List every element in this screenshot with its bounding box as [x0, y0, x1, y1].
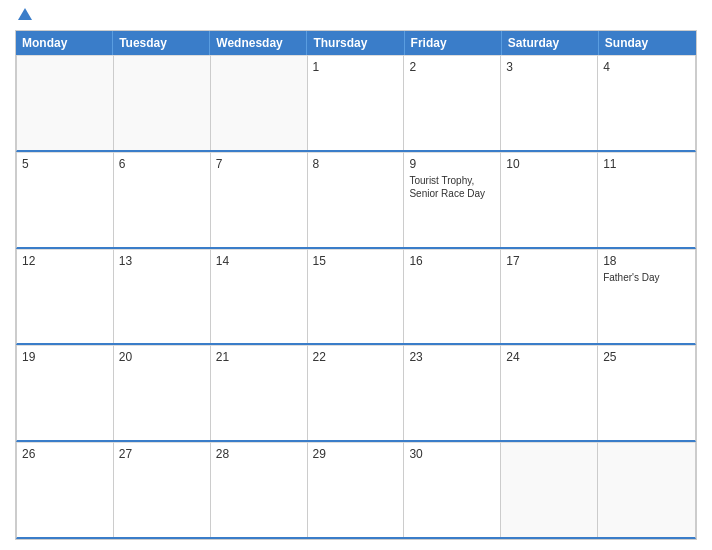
day-number: 26: [22, 447, 108, 461]
day-number: 2: [409, 60, 495, 74]
day-number: 24: [506, 350, 592, 364]
week-row-0: 1234: [16, 55, 696, 152]
day-number: 12: [22, 254, 108, 268]
day-number: 13: [119, 254, 205, 268]
cal-cell: 8: [308, 152, 405, 247]
cal-cell: 1: [308, 55, 405, 150]
calendar: MondayTuesdayWednesdayThursdayFridaySatu…: [15, 30, 697, 540]
day-number: 5: [22, 157, 108, 171]
day-number: 22: [313, 350, 399, 364]
day-number: 15: [313, 254, 399, 268]
cal-cell: 23: [404, 345, 501, 440]
week-row-3: 19202122232425: [16, 345, 696, 442]
day-number: 11: [603, 157, 690, 171]
day-number: 19: [22, 350, 108, 364]
cal-cell: 15: [308, 249, 405, 344]
day-number: 17: [506, 254, 592, 268]
event-text: Tourist Trophy, Senior Race Day: [409, 174, 495, 200]
day-number: 29: [313, 447, 399, 461]
day-number: 23: [409, 350, 495, 364]
cal-cell: [211, 55, 308, 150]
calendar-body: 123456789Tourist Trophy, Senior Race Day…: [16, 55, 696, 539]
week-row-2: 12131415161718Father's Day: [16, 249, 696, 346]
day-number: 27: [119, 447, 205, 461]
week-row-4: 2627282930: [16, 442, 696, 539]
cal-cell: 5: [17, 152, 114, 247]
header-cell-thursday: Thursday: [307, 31, 404, 55]
cal-cell: 20: [114, 345, 211, 440]
cal-cell: 27: [114, 442, 211, 537]
cal-cell: 26: [17, 442, 114, 537]
cal-cell: 13: [114, 249, 211, 344]
day-number: 25: [603, 350, 690, 364]
week-row-1: 56789Tourist Trophy, Senior Race Day1011: [16, 152, 696, 249]
cal-cell: 22: [308, 345, 405, 440]
day-number: 18: [603, 254, 690, 268]
day-number: 14: [216, 254, 302, 268]
cal-cell: 18Father's Day: [598, 249, 695, 344]
cal-cell: 19: [17, 345, 114, 440]
cal-cell: 28: [211, 442, 308, 537]
calendar-header-row: MondayTuesdayWednesdayThursdayFridaySatu…: [16, 31, 696, 55]
cal-cell: 14: [211, 249, 308, 344]
cal-cell: 11: [598, 152, 695, 247]
header-cell-friday: Friday: [405, 31, 502, 55]
day-number: 4: [603, 60, 690, 74]
event-text: Father's Day: [603, 271, 690, 284]
cal-cell: 25: [598, 345, 695, 440]
day-number: 8: [313, 157, 399, 171]
cal-cell: 17: [501, 249, 598, 344]
day-number: 6: [119, 157, 205, 171]
cal-cell: 7: [211, 152, 308, 247]
header-cell-tuesday: Tuesday: [113, 31, 210, 55]
cal-cell: 3: [501, 55, 598, 150]
cal-cell: [501, 442, 598, 537]
day-number: 1: [313, 60, 399, 74]
logo: [15, 10, 32, 22]
header-cell-sunday: Sunday: [599, 31, 696, 55]
cal-cell: 21: [211, 345, 308, 440]
cal-cell: 10: [501, 152, 598, 247]
cal-cell: [114, 55, 211, 150]
cal-cell: [598, 442, 695, 537]
cal-cell: 30: [404, 442, 501, 537]
day-number: 9: [409, 157, 495, 171]
header-cell-saturday: Saturday: [502, 31, 599, 55]
cal-cell: 24: [501, 345, 598, 440]
cal-cell: 29: [308, 442, 405, 537]
day-number: 28: [216, 447, 302, 461]
day-number: 20: [119, 350, 205, 364]
header: [15, 10, 697, 22]
cal-cell: 9Tourist Trophy, Senior Race Day: [404, 152, 501, 247]
cal-cell: 2: [404, 55, 501, 150]
day-number: 3: [506, 60, 592, 74]
day-number: 16: [409, 254, 495, 268]
header-cell-monday: Monday: [16, 31, 113, 55]
cal-cell: [17, 55, 114, 150]
page: MondayTuesdayWednesdayThursdayFridaySatu…: [0, 0, 712, 550]
day-number: 21: [216, 350, 302, 364]
cal-cell: 16: [404, 249, 501, 344]
cal-cell: 12: [17, 249, 114, 344]
cal-cell: 4: [598, 55, 695, 150]
logo-triangle-icon: [18, 8, 32, 20]
header-cell-wednesday: Wednesday: [210, 31, 307, 55]
day-number: 30: [409, 447, 495, 461]
day-number: 7: [216, 157, 302, 171]
day-number: 10: [506, 157, 592, 171]
cal-cell: 6: [114, 152, 211, 247]
